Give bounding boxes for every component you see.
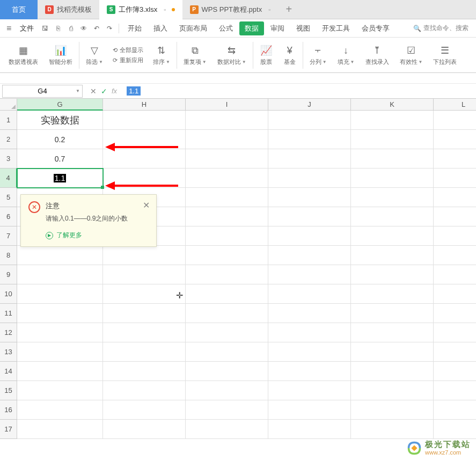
row-header-2[interactable]: 2 [0,130,17,149]
cell-K10[interactable] [351,284,434,304]
ribbon-split[interactable]: ⫟ 分列▼ [304,38,332,73]
cell-J3[interactable] [268,149,351,169]
cell-J12[interactable] [268,323,351,342]
name-box[interactable]: G4 ▼ [2,85,83,98]
column-header-K[interactable]: K [351,99,434,111]
row-header-4[interactable]: 4 [0,169,17,188]
column-header-I[interactable]: I [186,99,268,111]
menu-data[interactable]: 数据 [239,21,264,35]
cell-L12[interactable] [434,323,476,342]
cell-H9[interactable] [103,265,186,284]
row-header-12[interactable]: 12 [0,323,17,342]
column-header-L[interactable]: L [434,99,476,111]
row-header-8[interactable]: 8 [0,246,17,265]
cell-I10[interactable] [186,284,268,304]
cell-K2[interactable] [351,130,434,149]
cell-I13[interactable] [186,342,268,362]
cell-K13[interactable] [351,342,434,362]
column-header-G[interactable]: G [17,99,103,111]
cell-J6[interactable] [268,207,351,226]
cell-G14[interactable] [17,362,103,381]
menu-dev-tools[interactable]: 开发工具 [317,19,355,38]
menu-formula[interactable]: 公式 [214,19,238,38]
cell-H10[interactable] [103,284,186,304]
menu-review[interactable]: 审阅 [265,19,290,38]
ribbon-duplicates[interactable]: ⧉ 重复项▼ [178,38,212,73]
cell-G15[interactable] [17,381,103,400]
select-all-corner[interactable] [0,99,17,111]
cancel-button[interactable]: ✕ [90,87,97,96]
ribbon-sort[interactable]: ⇅ 排序▼ [148,38,175,73]
cell-K1[interactable] [351,111,434,130]
cell-I8[interactable] [186,246,268,265]
popup-learn-more-link[interactable]: ▶ 了解更多 [46,231,149,240]
hamburger-icon[interactable]: ≡ [3,24,14,33]
ribbon-smart-analysis[interactable]: 📊 智能分析 [43,38,78,73]
row-header-1[interactable]: 1 [0,111,17,130]
cell-J2[interactable] [268,130,351,149]
ribbon-data-compare[interactable]: ⇆ 数据对比▼ [212,38,252,73]
cell-H15[interactable] [103,381,186,400]
cell-I5[interactable] [186,188,268,207]
cell-J8[interactable] [268,246,351,265]
cell-L11[interactable] [434,304,476,323]
cell-I12[interactable] [186,323,268,342]
cell-L14[interactable] [434,362,476,381]
row-header-15[interactable]: 15 [0,381,17,400]
cell-J15[interactable] [268,381,351,400]
ribbon-show-all[interactable]: ⟲全部显示 [113,46,143,54]
print-icon[interactable]: ⎙ [65,23,77,34]
cell-I1[interactable] [186,111,268,130]
cell-K3[interactable] [351,149,434,169]
row-header-14[interactable]: 14 [0,362,17,381]
ribbon-stock[interactable]: 📈 股票 [254,38,278,73]
cell-K7[interactable] [351,226,434,246]
cell-J9[interactable] [268,265,351,284]
cell-G16[interactable] [17,400,103,420]
ribbon-pivot-table[interactable]: ▦ 数据透视表 [3,38,43,73]
cell-L15[interactable] [434,381,476,400]
cell-I11[interactable] [186,304,268,323]
cell-G1[interactable]: 实验数据 [17,111,103,130]
ribbon-fund[interactable]: ¥ 基金 [278,38,302,73]
ribbon-reapply[interactable]: ⟳重新应用 [113,56,143,64]
row-header-5[interactable]: 5 [0,188,17,207]
cell-I15[interactable] [186,381,268,400]
cell-K4[interactable] [351,169,434,188]
row-header-11[interactable]: 11 [0,304,17,323]
column-header-J[interactable]: J [268,99,351,111]
cell-G9[interactable] [17,265,103,284]
menu-start[interactable]: 开始 [122,19,147,38]
cell-J5[interactable] [268,188,351,207]
confirm-button[interactable]: ✓ [101,87,107,96]
cell-G12[interactable] [17,323,103,342]
cell-L17[interactable] [434,420,476,439]
cell-J10[interactable] [268,284,351,304]
cell-H1[interactable] [103,111,186,130]
row-header-3[interactable]: 3 [0,149,17,169]
cell-J7[interactable] [268,226,351,246]
undo-icon[interactable]: ↶ [91,23,102,34]
cell-L13[interactable] [434,342,476,362]
column-header-H[interactable]: H [103,99,186,111]
cell-G10[interactable] [17,284,103,304]
cell-L8[interactable] [434,246,476,265]
popup-close-button[interactable]: ✕ [143,200,150,210]
row-header-9[interactable]: 9 [0,265,17,284]
cell-L6[interactable] [434,207,476,226]
cell-K14[interactable] [351,362,434,381]
cell-L2[interactable] [434,130,476,149]
cell-L3[interactable] [434,149,476,169]
formula-input[interactable]: 1.1 [122,86,476,96]
row-header-10[interactable]: 10 [0,284,17,304]
cell-G8[interactable] [17,246,103,265]
save-as-icon[interactable]: ⎘ [52,23,64,34]
cell-I16[interactable] [186,400,268,420]
cell-G2[interactable]: 0.2 [17,130,103,149]
cell-J13[interactable] [268,342,351,362]
cell-J14[interactable] [268,362,351,381]
cell-H17[interactable] [103,420,186,439]
preview-icon[interactable]: 👁 [78,23,90,34]
tab-workbook[interactable]: S 工作簿3.xlsx ▫ [99,0,182,19]
cell-K15[interactable] [351,381,434,400]
